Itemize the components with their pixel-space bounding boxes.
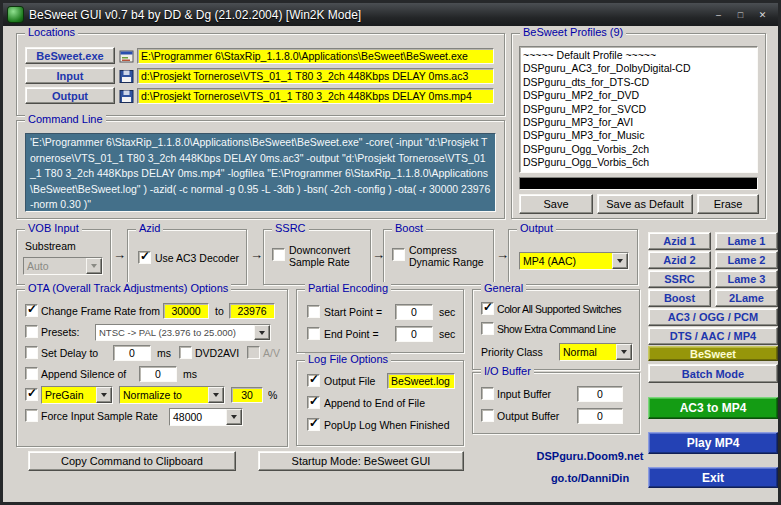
azid-group-title: Azid: [136, 222, 163, 234]
command-line-group-title: Command Line: [25, 113, 106, 125]
exe-file-icon[interactable]: [118, 48, 134, 64]
general-group: General Color All Supported Switches Sho…: [472, 289, 640, 370]
startup-mode-button[interactable]: Startup Mode: BeSweet GUI: [258, 451, 464, 471]
use-ac3-decoder-checkbox[interactable]: [138, 251, 151, 264]
end-point-checkbox[interactable]: [307, 327, 320, 340]
output-file-icon[interactable]: [118, 88, 134, 104]
input-path-field[interactable]: d:\Prosjekt Tornerose\VTS_01_1 T80 3_2ch…: [137, 68, 494, 84]
force-sample-rate-value: 48000: [170, 409, 226, 425]
command-line-text[interactable]: 'E:\Programmer 6\StaxRip_1.1.8.0\Applica…: [25, 133, 496, 212]
popup-log-checkbox[interactable]: [307, 418, 320, 431]
pregain-checkbox[interactable]: [25, 388, 38, 401]
profile-item[interactable]: DSPguru_Ogg_Vorbis_6ch: [523, 156, 754, 169]
boost-button[interactable]: Boost: [648, 289, 711, 307]
start-point-checkbox[interactable]: [307, 305, 320, 318]
dannidin-link[interactable]: go.to/DanniDin: [520, 472, 660, 484]
profile-item[interactable]: DSPguru_dts_for_DTS-CD: [523, 76, 754, 89]
start-point-field[interactable]: 0: [395, 304, 433, 320]
minimize-button[interactable]: –: [711, 8, 726, 21]
output-buffer-checkbox[interactable]: [481, 409, 494, 422]
compress-dynamic-range-checkbox[interactable]: [392, 248, 405, 261]
profile-item[interactable]: DSPguru_MP2_for_SVCD: [523, 103, 754, 116]
chevron-down-icon[interactable]: [86, 258, 102, 274]
extra-command-checkbox[interactable]: [481, 322, 494, 335]
dvd2avi-checkbox[interactable]: [179, 346, 192, 359]
color-switches-checkbox[interactable]: [481, 302, 494, 315]
ssrc-button[interactable]: SSRC: [648, 270, 711, 288]
copy-command-button[interactable]: Copy Command to Clipboard: [28, 451, 236, 471]
chevron-down-icon[interactable]: [96, 387, 112, 403]
profile-item[interactable]: DSPguru_AC3_for_DolbyDigital-CD: [523, 62, 754, 75]
lame3-button[interactable]: Lame 3: [715, 270, 778, 288]
normalize-percent-field[interactable]: 30: [231, 387, 263, 403]
profile-item[interactable]: ~~~~~ Default Profile ~~~~~: [523, 49, 754, 62]
maximize-button[interactable]: □: [733, 8, 748, 21]
chevron-down-icon[interactable]: [616, 344, 632, 360]
log-file-name-field[interactable]: BeSweet.log: [387, 373, 455, 389]
profile-item[interactable]: DSPguru_MP2_for_DVD: [523, 89, 754, 102]
substream-dropdown[interactable]: Auto: [23, 257, 103, 275]
batch-mode-button[interactable]: Batch Mode: [648, 364, 778, 383]
ac3-to-mp4-button[interactable]: AC3 to MP4: [648, 397, 778, 419]
priority-class-dropdown[interactable]: Normal: [559, 343, 633, 361]
change-frame-rate-checkbox[interactable]: [25, 304, 38, 317]
output-button[interactable]: Output: [25, 87, 115, 104]
doom9-link[interactable]: DSPguru.Doom9.net: [520, 450, 660, 462]
output-file-checkbox[interactable]: [307, 374, 320, 387]
lame1-button[interactable]: Lame 1: [715, 232, 778, 250]
force-sample-rate-label: Force Input Sample Rate: [41, 410, 158, 422]
vob-input-group: VOB Input Substream Auto: [16, 229, 111, 285]
input-button[interactable]: Input: [25, 67, 115, 84]
close-button[interactable]: ✕: [755, 8, 770, 21]
normalize-dropdown[interactable]: Normalize to: [119, 386, 225, 404]
append-silence-field[interactable]: 0: [139, 366, 177, 382]
save-profile-button[interactable]: Save: [519, 194, 593, 214]
besweet-exe-path-field[interactable]: E:\Programmer 6\StaxRip_1.1.8.0\Applicat…: [137, 48, 494, 64]
frame-rate-from-field[interactable]: 30000: [163, 303, 209, 319]
erase-profile-button[interactable]: Erase: [697, 194, 759, 214]
pregain-dropdown[interactable]: PreGain: [41, 386, 113, 404]
force-sample-rate-checkbox[interactable]: [25, 409, 38, 422]
chevron-down-icon[interactable]: [208, 387, 224, 403]
lame2-button[interactable]: Lame 2: [715, 251, 778, 269]
input-buffer-checkbox[interactable]: [481, 387, 494, 400]
end-point-field[interactable]: 0: [395, 326, 433, 342]
chevron-down-icon[interactable]: [226, 409, 242, 425]
profile-item[interactable]: DSPguru_MP3_for_Music: [523, 129, 754, 142]
input-file-icon[interactable]: [118, 68, 134, 84]
2lame-button[interactable]: 2Lame: [715, 289, 778, 307]
ac3-ogg-pcm-button[interactable]: AC3 / OGG / PCM: [648, 308, 778, 326]
presets-checkbox[interactable]: [25, 325, 38, 338]
set-delay-checkbox[interactable]: [25, 346, 38, 359]
profile-item[interactable]: DSPguru_Ogg_Vorbis_2ch: [523, 143, 754, 156]
output-path-field[interactable]: d:\Prosjekt Tornerose\VTS_01_1 T80 3_2ch…: [137, 88, 494, 104]
append-log-checkbox[interactable]: [307, 396, 320, 409]
profiles-list[interactable]: ~~~~~ Default Profile ~~~~~ DSPguru_AC3_…: [519, 46, 758, 173]
profile-item[interactable]: DSPguru_MP3_for_AVI: [523, 116, 754, 129]
dts-aac-mp4-button[interactable]: DTS / AAC / MP4: [648, 327, 778, 345]
title-bar[interactable]: BeSweet GUI v0.7 b4 by DD & Dg (21.02.20…: [3, 3, 778, 26]
downconvert-checkbox[interactable]: [272, 248, 285, 261]
azid2-button[interactable]: Azid 2: [648, 251, 711, 269]
presets-dropdown[interactable]: NTSC -> PAL (23.976 to 25.000): [95, 324, 271, 341]
play-mp4-button[interactable]: Play MP4: [648, 432, 778, 454]
av-checkbox[interactable]: [247, 346, 260, 359]
besweet-tab-button[interactable]: BeSweet: [648, 346, 778, 361]
normalize-value: Normalize to: [120, 387, 208, 403]
output-buffer-field[interactable]: 0: [577, 408, 623, 424]
set-delay-field[interactable]: 0: [113, 345, 151, 361]
chevron-down-icon[interactable]: [612, 253, 628, 269]
profiles-group-title: BeSweet Profiles (9): [520, 26, 626, 38]
besweet-exe-button[interactable]: BeSweet.exe: [25, 47, 115, 64]
exit-button[interactable]: Exit: [648, 467, 778, 488]
azid1-button[interactable]: Azid 1: [648, 232, 711, 250]
output-format-dropdown[interactable]: MP4 (AAC): [519, 252, 629, 270]
window-title: BeSweet GUI v0.7 b4 by DD & Dg (21.02.20…: [29, 8, 361, 22]
profiles-group: BeSweet Profiles (9) ~~~~~ Default Profi…: [511, 33, 766, 219]
input-buffer-field[interactable]: 0: [577, 386, 623, 402]
append-silence-checkbox[interactable]: [25, 367, 38, 380]
force-sample-rate-dropdown[interactable]: 48000: [169, 408, 243, 426]
frame-rate-to-field[interactable]: 23976: [229, 303, 275, 319]
chevron-down-icon[interactable]: [254, 325, 270, 340]
save-as-default-button[interactable]: Save as Default: [597, 194, 693, 214]
